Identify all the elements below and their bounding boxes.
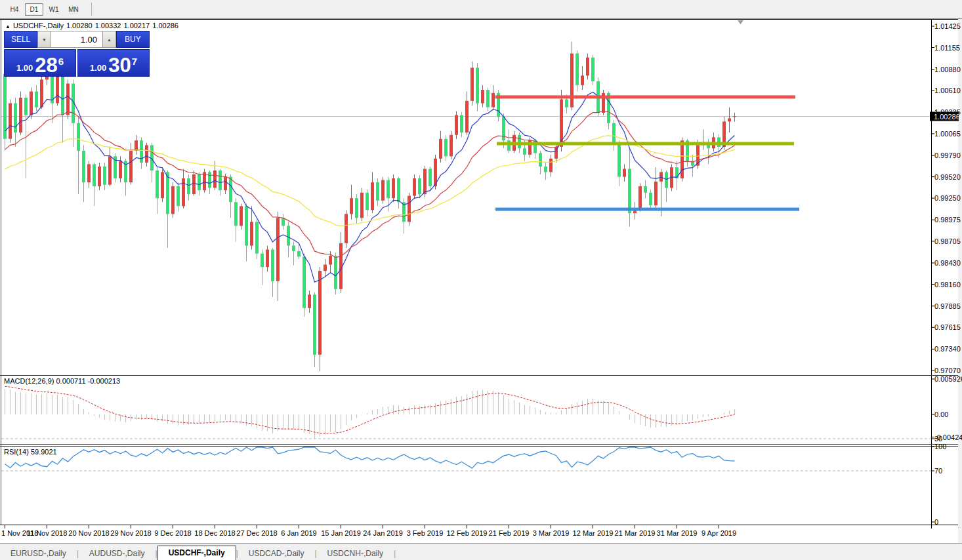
tab-eurusd[interactable]: EURUSD-,Daily — [0, 547, 77, 560]
candle — [570, 54, 574, 108]
tab-usdcad[interactable]: USDCAD-,Daily — [238, 547, 315, 560]
candle — [366, 193, 369, 210]
candle — [334, 256, 337, 289]
date-label: 18 Dec 2018 — [194, 529, 235, 537]
candle — [308, 294, 311, 308]
candle — [98, 167, 101, 186]
candle — [471, 68, 474, 101]
date-label: 9 Apr 2019 — [701, 529, 736, 537]
candle — [145, 145, 148, 163]
candle — [355, 198, 358, 218]
candle — [103, 167, 106, 185]
candle — [198, 174, 201, 190]
candle — [19, 98, 22, 132]
chart-collapse-arrow-icon[interactable]: ▲ — [5, 24, 10, 30]
sell-quote-panel[interactable]: 1.00 28 6 — [4, 49, 76, 77]
price-axis-label: 1.01425 — [934, 22, 961, 30]
candle — [9, 104, 12, 139]
rsi-axis-label: 100 — [934, 443, 946, 450]
support-hline[interactable] — [495, 208, 799, 211]
candle — [491, 93, 495, 108]
candle — [192, 174, 196, 194]
resistance-hline[interactable] — [495, 95, 795, 98]
candle — [392, 178, 395, 198]
candle — [40, 79, 43, 107]
candle — [35, 92, 38, 108]
tab-separator: | — [394, 549, 396, 560]
macd-label: MACD(12,26,9) 0.000711 -0.000213 — [4, 377, 120, 385]
date-label: 9 Dec 2018 — [154, 529, 191, 537]
candle — [213, 170, 217, 188]
candle — [481, 90, 484, 104]
mt4-window: H4D1W1MN 1.014251.011551.008801.006101.0… — [0, 0, 962, 560]
volume-input[interactable] — [51, 31, 102, 48]
macd-axis-label: 0.005926 — [934, 375, 962, 383]
candle — [565, 100, 568, 108]
tab-audusd[interactable]: AUDUSD-,Daily — [79, 547, 156, 560]
sell-button[interactable]: SELL — [4, 31, 37, 48]
candle — [659, 172, 663, 182]
candle — [271, 250, 274, 281]
timeframe-button-d1[interactable]: D1 — [25, 3, 43, 16]
candle — [444, 139, 448, 157]
candle — [119, 161, 122, 179]
candle — [313, 294, 316, 355]
candle — [14, 104, 17, 133]
tab-usdcnh[interactable]: USDCNH-,Daily — [317, 547, 394, 560]
candle — [208, 172, 211, 188]
timeframe-button-mn[interactable]: MN — [64, 3, 83, 16]
candle — [408, 196, 411, 222]
candle — [255, 222, 259, 253]
date-label: 11 Nov 2018 — [27, 529, 68, 537]
price-axis-label: 0.99250 — [934, 194, 961, 202]
date-label: 12 Mar 2019 — [573, 529, 614, 537]
tab-usdchf[interactable]: USDCHF-,Daily — [157, 546, 236, 560]
candle — [24, 98, 28, 115]
pivot-hline[interactable] — [497, 142, 794, 146]
sell-price-small: 1.00 — [16, 63, 33, 73]
date-label: 24 Jan 2019 — [363, 529, 403, 537]
timeframe-button-w1[interactable]: W1 — [45, 3, 63, 16]
candle — [649, 193, 652, 205]
price-axis-label: 0.99790 — [934, 151, 961, 159]
candle — [292, 246, 295, 251]
candle — [423, 169, 427, 195]
candle — [360, 193, 364, 218]
candle — [108, 156, 112, 184]
ohlc-open: 1.00280 — [66, 22, 93, 30]
price-axis-label: 1.00880 — [934, 66, 961, 73]
candle — [66, 83, 70, 115]
candle — [539, 153, 542, 167]
buy-button[interactable]: BUY — [116, 31, 150, 48]
candle — [733, 116, 736, 117]
buy-quote-panel[interactable]: 1.00 30 7 — [77, 49, 150, 77]
date-label: 3 Mar 2019 — [533, 529, 570, 537]
price-axis-label: 0.97885 — [934, 302, 961, 310]
price-axis-label: 0.99520 — [934, 173, 961, 181]
candle — [287, 226, 290, 245]
candle — [140, 140, 143, 163]
candle — [644, 186, 647, 193]
timeframe-button-h4[interactable]: H4 — [5, 3, 24, 16]
candle — [638, 186, 642, 209]
volume-increase-button[interactable]: ▲ — [102, 31, 116, 48]
candle — [240, 206, 243, 226]
timeframe-buttons: H4D1W1MN — [0, 3, 83, 16]
symbol-tab-bar: EURUSD-,Daily|AUDUSD-,Daily|USDCHF-,Dail… — [0, 543, 962, 560]
candle — [486, 90, 490, 108]
candle — [518, 135, 521, 149]
sell-price-pip: 6 — [58, 56, 64, 67]
candle — [77, 123, 80, 151]
candle — [728, 118, 731, 121]
volume-decrease-button[interactable]: ▼ — [37, 31, 51, 48]
candle — [418, 178, 421, 194]
ohlc-high: 1.00332 — [95, 22, 121, 30]
candle — [318, 271, 322, 355]
candle — [234, 202, 238, 226]
candle — [581, 75, 584, 85]
toolbar-separator — [91, 3, 92, 16]
candle — [376, 182, 379, 201]
candle — [87, 164, 91, 182]
candle — [93, 164, 96, 186]
rsi-axis-label: 70 — [934, 467, 942, 475]
